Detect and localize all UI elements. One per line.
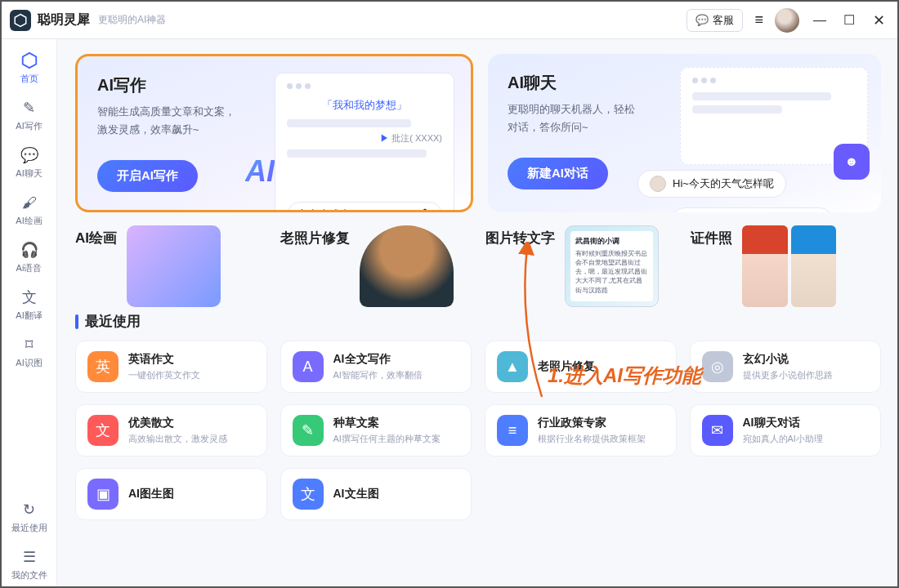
sidebar: 首页 ✎ AI写作 💬 AI聊天 🖌 AI绘画 🎧 Ai语音 文 AI翻译 ⌑ … <box>2 39 57 586</box>
sidebar-item-paint[interactable]: 🖌 AI绘画 <box>5 186 54 232</box>
recent-card-title: AI聊天对话 <box>743 416 823 430</box>
sidebar-item-label: 我的文件 <box>11 569 47 581</box>
recent-card-icon: A <box>293 351 324 382</box>
recent-card-icon: 文 <box>87 415 119 446</box>
recent-card-title: 行业政策专家 <box>538 416 646 430</box>
app-logo-icon <box>10 10 31 31</box>
history-icon: ↻ <box>20 500 39 519</box>
feature-thumb: 武昌街的小调 有时候到重庆晚报买书总会不自觉地望武昌街过去，嗯，最近发现武昌街大… <box>565 225 659 307</box>
recent-card[interactable]: ▣AI图生图 <box>75 468 267 520</box>
recent-card-sub: 提供更多小说创作思路 <box>743 369 833 381</box>
feature-row: AI绘画 老照片修复 图片转文字 武昌街的小调 有时候到重庆晚报买书总会不自觉地… <box>75 225 881 307</box>
sidebar-item-label: Ai语音 <box>16 262 42 274</box>
sidebar-item-files[interactable]: ☰ 我的文件 <box>5 541 54 586</box>
sidebar-item-write[interactable]: ✎ AI写作 <box>5 91 54 137</box>
mock-generating-pill: 文章生成中 <box>287 202 442 212</box>
headphone-icon: 🎧 <box>20 240 39 260</box>
recent-card-title: 种草文案 <box>333 416 441 430</box>
sidebar-item-ocr[interactable]: ⌑ AI识图 <box>5 328 54 374</box>
hero-card-chat[interactable]: AI聊天 更聪明的聊天机器人，轻松 对话，答你所问~ 新建AI对话 ☻ Hi~今… <box>488 54 881 212</box>
feature-thumb <box>742 225 836 307</box>
user-avatar[interactable] <box>775 8 799 33</box>
sidebar-item-chat[interactable]: 💬 AI聊天 <box>5 139 54 185</box>
sidebar-item-voice[interactable]: 🎧 Ai语音 <box>5 234 54 279</box>
recent-card-icon: ✉ <box>702 415 733 446</box>
svg-marker-0 <box>15 14 26 26</box>
svg-marker-2 <box>420 209 430 212</box>
recent-heading: 最近使用 <box>75 312 881 331</box>
main-content: AI写作 智能生成高质量文章和文案， 激发灵感，效率飙升~ 开启AI写作 AI … <box>57 39 897 586</box>
annotation-text: 1.进入AI写作功能 <box>548 363 701 389</box>
feature-photo-restore[interactable]: 老照片修复 <box>280 225 471 307</box>
section-title: 最近使用 <box>85 312 141 331</box>
recent-card-title: AI图生图 <box>128 487 174 501</box>
feature-ocr[interactable]: 图片转文字 武昌街的小调 有时候到重庆晚报买书总会不自觉地望武昌街过去，嗯，最近… <box>485 225 676 307</box>
recent-card-title: 玄幻小说 <box>743 352 833 367</box>
start-ai-write-button[interactable]: 开启AI写作 <box>97 160 198 192</box>
new-ai-chat-button[interactable]: 新建AI对话 <box>508 158 608 189</box>
sidebar-item-recent[interactable]: ↻ 最近使用 <box>5 493 54 539</box>
app-name: 聪明灵犀 <box>38 11 90 29</box>
feature-id-photo[interactable]: 证件照 <box>691 225 881 307</box>
feature-ai-paint[interactable]: AI绘画 <box>75 225 266 307</box>
chat-bubbles: Hi~今天的天气怎样呢 你好呀，今天天气晴朗… <box>662 100 866 173</box>
chat-bubble-icon: 💬 <box>695 14 709 26</box>
maximize-button[interactable]: ☐ <box>840 12 858 28</box>
sidebar-item-label: AI识图 <box>16 357 42 369</box>
recent-card-sub: 根据行业名称提供政策框架 <box>538 433 646 445</box>
recent-card[interactable]: 文AI文生图 <box>280 468 472 520</box>
sidebar-item-label: AI翻译 <box>16 310 42 322</box>
hex-icon <box>418 208 432 212</box>
close-button[interactable]: ✕ <box>870 11 888 29</box>
recent-card[interactable]: ✉AI聊天对话宛如真人的AI小助理 <box>690 404 882 457</box>
recent-card-title: 英语作文 <box>128 352 200 367</box>
sidebar-item-label: 首页 <box>20 73 38 85</box>
recent-card-sub: 一键创作英文作文 <box>128 369 200 381</box>
recent-card[interactable]: 英英语作文一键创作英文作文 <box>75 341 267 393</box>
feature-title: AI绘画 <box>75 229 117 247</box>
title-bar: 聪明灵犀 更聪明的AI神器 💬 客服 ≡ — ☐ ✕ <box>2 2 897 39</box>
recent-card-icon: ≡ <box>497 415 528 446</box>
feature-title: 证件照 <box>691 229 732 247</box>
recent-grid: 英英语作文一键创作英文作文AAI全文写作AI智能写作，效率翻倍▲老照片修复◎玄幻… <box>75 341 881 520</box>
recent-card[interactable]: ≡行业政策专家根据行业名称提供政策框架 <box>485 404 677 457</box>
recent-card-sub: 高效输出散文，激发灵感 <box>128 433 227 445</box>
folder-icon: ☰ <box>20 547 39 567</box>
recent-card-sub: AI智能写作，效率翻倍 <box>333 369 423 381</box>
svg-marker-1 <box>22 53 36 68</box>
feature-thumb <box>360 225 454 307</box>
hero-card-write[interactable]: AI写作 智能生成高质量文章和文案， 激发灵感，效率飙升~ 开启AI写作 AI … <box>75 54 473 212</box>
hero-chat-desc: 更聪明的聊天机器人，轻松 对话，答你所问~ <box>508 100 679 136</box>
recent-card[interactable]: ✎种草文案AI撰写任何主题的种草文案 <box>280 404 472 457</box>
sidebar-item-label: AI聊天 <box>16 167 42 180</box>
minimize-button[interactable]: — <box>811 13 829 28</box>
sidebar-item-label: 最近使用 <box>11 522 47 534</box>
recent-card-sub: AI撰写任何主题的种草文案 <box>333 433 441 445</box>
sidebar-item-home[interactable]: 首页 <box>5 44 54 90</box>
menu-icon[interactable]: ≡ <box>754 11 763 29</box>
chat-bubble-user: Hi~今天的天气怎样呢 <box>637 170 786 198</box>
feature-title: 图片转文字 <box>485 229 555 247</box>
support-button[interactable]: 💬 客服 <box>687 9 743 32</box>
app-subtitle: 更聪明的AI神器 <box>98 13 166 27</box>
recent-card[interactable]: ◎玄幻小说提供更多小说创作思路 <box>690 341 882 393</box>
recent-card-icon: ▣ <box>87 479 119 510</box>
feather-icon: ✎ <box>20 98 39 118</box>
recent-card[interactable]: 文优美散文高效输出散文，激发灵感 <box>75 404 267 457</box>
recent-card-icon: 文 <box>293 479 324 510</box>
home-icon <box>20 51 39 70</box>
avatar-icon <box>650 176 666 192</box>
feature-thumb <box>127 225 221 307</box>
chat-icon: 💬 <box>20 145 39 165</box>
hero-write-desc: 智能生成高质量文章和文案， 激发灵感，效率飙升~ <box>97 103 269 139</box>
brush-icon: 🖌 <box>20 193 39 212</box>
recent-card-icon: ◎ <box>702 351 733 382</box>
write-mock-panel: 「我和我的梦想」 批注( XXXX) 文章生成中 <box>275 73 454 212</box>
recent-card[interactable]: AAI全文写作AI智能写作，效率翻倍 <box>280 341 472 393</box>
recent-card-icon: ✎ <box>293 415 324 446</box>
recent-card-title: 优美散文 <box>128 416 227 430</box>
sidebar-item-translate[interactable]: 文 AI翻译 <box>5 281 54 327</box>
sidebar-item-label: AI写作 <box>16 120 42 132</box>
recent-card-title: AI全文写作 <box>333 352 423 367</box>
sidebar-item-label: AI绘画 <box>16 215 42 227</box>
